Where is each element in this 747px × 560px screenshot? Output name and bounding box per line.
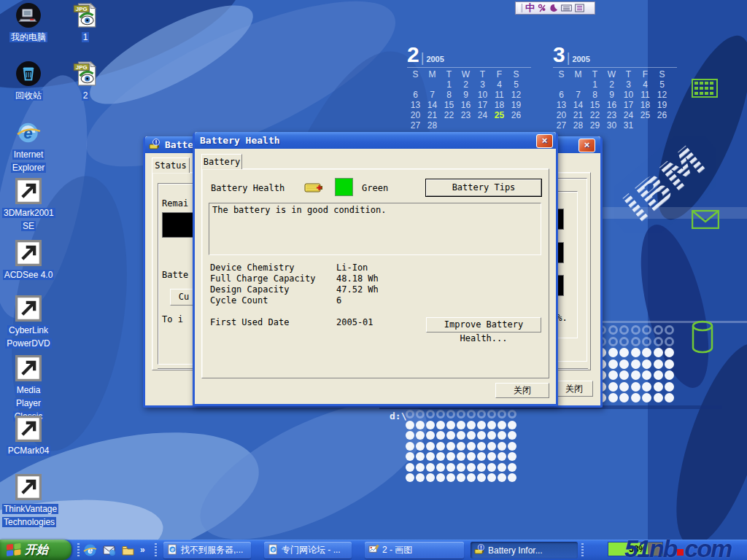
wallpaper-dot [406,452,414,461]
wallpaper-dot [498,463,506,472]
start-button[interactable]: 开始 [0,540,71,560]
wallpaper-dot [619,348,629,357]
quicklaunch-folder-icon[interactable] [121,543,135,557]
wallpaper-dot [619,325,629,335]
taskbar-task-2[interactable]: e专门网论坛 - ... [264,542,352,559]
tab-status[interactable]: Status [152,158,190,173]
wallpaper-dot [446,442,455,451]
ime-menu-icon[interactable] [575,4,584,12]
dialog-close-button[interactable]: 关闭 [495,383,549,398]
calendar-day: 23 [457,110,474,120]
taskbar-task-3[interactable]: 2 - 画图 [365,542,464,559]
wallpaper-dot [426,463,435,472]
wallpaper-dot [446,452,455,461]
improve-battery-health-button[interactable]: Improve Battery Health... [426,317,541,332]
wallpaper-dot [477,421,486,429]
desktop-icon-jpg-2[interactable]: JPG 2 [59,61,112,101]
wallpaper-dot [467,410,476,419]
wallpaper-dot [508,410,516,419]
ime-language-bar[interactable]: 中 [515,1,595,15]
wallpaper-dot [665,370,674,380]
quicklaunch-chevron[interactable]: » [140,545,145,555]
battery-tips-button[interactable]: Battery Tips [426,179,541,196]
tasks-grip[interactable] [155,543,157,556]
desktop-icon-jpg-1[interactable]: JPG 1 [59,2,112,43]
tab-battery[interactable]: Battery [201,154,242,169]
desktop-icon-label: ThinkVantage Technologies [2,504,58,527]
desktop-icon-my-computer[interactable]: 我的电脑 [2,2,55,43]
calendar-day: 3 [474,79,491,90]
wallpaper-dot [406,473,414,482]
battery-icon [474,544,485,557]
ime-grip[interactable] [519,4,522,12]
calendar-day: 14 [424,100,441,110]
wallpaper-dot [477,452,486,461]
wallpaper-dot [426,421,435,429]
battery-gauge [162,212,194,238]
ime-punctuation-icon[interactable] [538,4,546,12]
calendar-day: 19 [654,100,670,110]
wallpaper-dot [654,348,663,357]
wallpaper-dot [426,410,435,419]
close-button[interactable]: × [578,139,595,152]
calendar-day: 20 [553,110,570,120]
media-player-classic-icon: S [15,355,42,381]
calendar-day: 15 [587,100,603,110]
quicklaunch-grip[interactable] [77,543,80,556]
desktop-icon-media-player-classic[interactable]: S Media Player Classic [2,355,55,422]
grid-icon [692,79,718,98]
desktop-icon-thinkvantage-technologies[interactable]: IBM ThinkVantage Technologies [2,474,55,528]
wallpaper-dot [642,370,651,380]
wallpaper-dot [416,452,425,461]
desktop-icon-cyberlink-powerdvd[interactable]: CyberLink PowerDVD [2,295,55,349]
calendar-day: 5 [654,79,670,90]
close-icon[interactable]: × [536,134,553,148]
desktop-icon-acdsee-40[interactable]: ACDSee 4.0 [2,240,55,281]
calendar-day: 13 [553,100,570,110]
battery-health-titlebar[interactable]: Battery Health × [195,132,556,149]
desktop-icon-label: 回收站 [14,90,43,101]
wallpaper-dot [406,410,414,419]
wallpaper-dot [631,359,640,369]
ime-mode-icon[interactable]: 中 [525,1,535,15]
calendar-day-header: W [457,69,474,79]
wallpaper-dot [487,463,496,472]
wallpaper-dot [654,393,663,402]
wallpaper-dot [608,382,618,392]
calendar-day: 10 [620,90,637,100]
quicklaunch-ie-icon[interactable]: e [83,543,97,557]
calendar-day: 28 [424,120,441,131]
dialog-title: Battery Health [200,135,280,146]
jpg-1-icon: JPG [72,2,98,28]
acdsee-40-icon [15,240,42,266]
wallpaper-dot [406,463,414,472]
3dmark2001-se-icon [15,178,42,204]
wallpaper-dot [436,463,445,472]
calendar-day: 21 [570,110,587,120]
desktop-icon-recycle-bin[interactable]: 回收站 [2,61,55,101]
calendar-day: 1 [587,79,603,90]
ime-fullwidth-icon[interactable] [549,4,558,12]
calendar-day: 28 [570,120,587,131]
wallpaper-dot [619,337,629,346]
calendar-day [654,120,670,131]
wallpaper-dot [665,337,674,346]
battery-health-label: Battery Health [211,183,285,193]
calendar-day-header: T [441,69,457,79]
calendar-day: 7 [570,90,587,100]
wallpaper-dot [457,473,465,482]
close-button-bottom[interactable]: 关闭 [555,381,593,397]
calendar-day [474,120,491,131]
quicklaunch-mail-icon[interactable] [102,543,116,557]
battery-health-dialog[interactable]: Battery Health × Battery Battery Health … [193,132,558,406]
wallpaper-dot [619,382,629,392]
taskbar-task-4[interactable]: Battery Infor... [471,542,578,559]
wallpaper-dot [642,382,651,392]
desktop-icon-3dmark2001-se[interactable]: 3DMark2001 SE [2,178,55,232]
desktop-icon-internet-explorer[interactable]: e Internet Explorer [2,120,55,174]
wallpaper-dot [487,421,496,429]
taskbar-task-1[interactable]: e找不到服务器,... [163,542,251,559]
ime-soft-keyboard-icon[interactable] [561,4,572,12]
desktop-icon-label: 1 [82,32,90,42]
desktop-icon-pcmark04[interactable]: PCMark04 [2,416,55,456]
